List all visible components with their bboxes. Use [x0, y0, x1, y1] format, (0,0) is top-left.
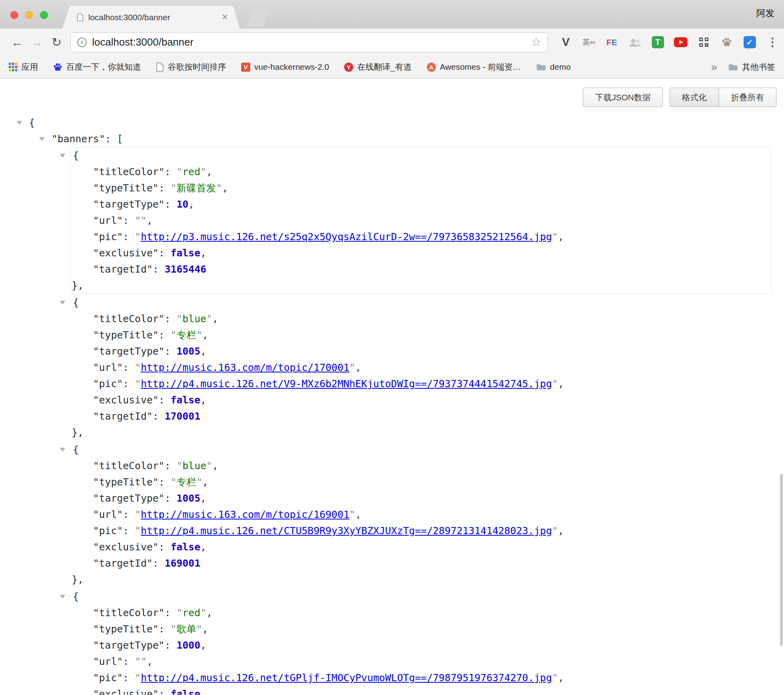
json-key: "exclusive": [93, 688, 159, 695]
json-key: "targetType": [93, 346, 165, 357]
people-share-icon[interactable]: [626, 34, 644, 51]
browser-menu-icon[interactable]: ⋮: [763, 34, 782, 51]
fe-icon[interactable]: FE: [603, 34, 621, 51]
json-key: "titleColor": [93, 166, 165, 178]
json-key: "titleColor": [93, 460, 165, 472]
collapse-toggle-icon[interactable]: [60, 595, 65, 599]
json-line: "exclusive": false,: [70, 392, 771, 408]
json-line: "pic": "http://p4.music.126.net/V9-MXz6b…: [70, 376, 771, 392]
json-line: "typeTitle": "专栏",: [70, 474, 771, 490]
window-controls: [10, 11, 53, 21]
bookmark-item[interactable]: Y在线翻译_有道: [344, 61, 412, 73]
json-string: 新碟首发: [177, 182, 216, 194]
json-string: 专栏: [177, 476, 196, 488]
json-line: "exclusive": false,: [70, 245, 771, 261]
json-line: {: [70, 588, 771, 605]
shield-check-icon[interactable]: ✓: [740, 34, 759, 51]
json-key: "pic": [93, 672, 123, 684]
json-number: 1005: [177, 493, 200, 504]
json-line: "titleColor": "red",: [70, 164, 771, 180]
json-key: "pic": [93, 231, 123, 242]
banner-object: {"titleColor": "blue","typeTitle": "专栏",…: [70, 441, 771, 588]
bookmark-item[interactable]: 谷歌按时间排序: [156, 61, 226, 73]
scrollbar-thumb[interactable]: [780, 474, 783, 646]
json-line: "pic": "http://p4.music.126.net/CTU5B9R9…: [70, 523, 771, 539]
bookmark-item[interactable]: 应用: [9, 61, 38, 73]
translate-icon[interactable]: 英en: [580, 34, 598, 51]
bookmark-item[interactable]: Vvue-hackernews-2.0: [241, 62, 329, 72]
json-boolean: false: [171, 688, 200, 695]
json-url-link[interactable]: http://music.163.com/m/topic/170001: [141, 362, 349, 373]
json-url-link[interactable]: http://p4.music.126.net/CTU5B9R9y3XyYBZX…: [141, 525, 552, 537]
json-line: "url": "",: [70, 212, 771, 229]
bookmark-item[interactable]: AAwesomes - 前端资…: [427, 61, 521, 73]
page-actions: 下载JSON数据 格式化 折叠所有: [583, 88, 776, 107]
youtube-icon[interactable]: [672, 34, 690, 51]
bookmark-star-icon[interactable]: ☆: [531, 36, 541, 48]
json-string: blue: [183, 460, 206, 472]
tab-close-icon[interactable]: ×: [222, 12, 228, 23]
back-button[interactable]: ←: [7, 36, 27, 49]
paw-print-icon[interactable]: [717, 34, 736, 51]
page-info-icon[interactable]: i: [77, 38, 87, 47]
json-line: "targetType": 1000,: [70, 637, 771, 653]
json-url-link[interactable]: http://music.163.com/m/topic/169001: [141, 509, 349, 520]
collapse-all-button[interactable]: 折叠所有: [719, 88, 776, 107]
bookmark-label: demo: [550, 62, 571, 72]
browser-window: localhost:3000/banner × 阿发 ← → ↻ i local…: [0, 0, 784, 695]
bookmark-label: 谷歌按时间排序: [168, 61, 226, 73]
url-text[interactable]: localhost:3000/banner: [92, 36, 531, 48]
collapse-toggle-icon[interactable]: [60, 448, 65, 452]
download-json-button[interactable]: 下载JSON数据: [583, 88, 663, 107]
address-bar[interactable]: i localhost:3000/banner ☆: [70, 32, 548, 52]
json-line: },: [70, 277, 771, 294]
vimium-icon[interactable]: V: [557, 34, 575, 51]
json-key: "titleColor": [93, 313, 165, 325]
json-key: "targetId": [93, 263, 153, 275]
json-key: "targetType": [93, 493, 165, 504]
collapse-toggle-icon[interactable]: [60, 154, 65, 158]
qr-code-icon[interactable]: [695, 34, 713, 51]
json-key: "typeTitle": [93, 329, 159, 341]
json-line: {: [70, 294, 771, 311]
fullscreen-window-button[interactable]: [40, 11, 48, 19]
json-key: "url": [93, 656, 123, 667]
json-url-link[interactable]: http://p4.music.126.net/V9-MXz6b2MNhEKju…: [141, 378, 552, 390]
bookmark-item[interactable]: demo: [536, 62, 571, 72]
json-key: "exclusive": [93, 247, 159, 259]
json-line: },: [70, 424, 771, 441]
tab-title: localhost:3000/banner: [88, 13, 219, 22]
reload-button[interactable]: ↻: [47, 35, 67, 49]
json-boolean: false: [171, 247, 200, 259]
json-line: "typeTitle": "歌单",: [70, 621, 771, 637]
format-button[interactable]: 格式化: [670, 88, 719, 107]
json-key: "targetType": [93, 199, 165, 210]
bookmark-item[interactable]: 百度一下，你就知道: [53, 61, 141, 73]
vue-v-icon: V: [241, 63, 250, 72]
json-url-link[interactable]: http://p3.music.126.net/s25q2x5QyqsAzilC…: [141, 231, 552, 242]
json-key: "pic": [93, 378, 123, 390]
json-key: "url": [93, 362, 123, 373]
forward-button[interactable]: →: [27, 36, 47, 49]
collapse-toggle-icon[interactable]: [17, 121, 22, 125]
json-key: "titleColor": [93, 607, 165, 619]
tab-strip: localhost:3000/banner × 阿发: [0, 0, 784, 29]
bookmark-label: 在线翻译_有道: [357, 61, 412, 73]
json-key: "banners": [51, 133, 105, 145]
close-window-button[interactable]: [10, 11, 18, 19]
page-content: 下载JSON数据 格式化 折叠所有 {"banners": [{"titleCo…: [0, 78, 784, 695]
new-tab-button[interactable]: [246, 9, 272, 27]
bookmarks-overflow-icon[interactable]: »: [711, 61, 717, 73]
bookmark-items: 应用百度一下，你就知道谷歌按时间排序Vvue-hackernews-2.0Y在线…: [9, 61, 571, 73]
json-line: "targetType": 1005,: [70, 343, 771, 359]
minimize-window-button[interactable]: [25, 11, 33, 19]
json-string: red: [183, 607, 200, 619]
json-url-link[interactable]: http://p4.music.126.net/tGPljf-IMOCyPvum…: [141, 672, 552, 684]
collapse-toggle-icon[interactable]: [39, 137, 45, 141]
apps-grid-icon: [9, 63, 17, 71]
other-bookmarks-folder[interactable]: 其他书签: [728, 61, 775, 73]
green-t-badge-icon[interactable]: T: [649, 34, 667, 51]
json-key: "exclusive": [93, 541, 159, 553]
active-tab[interactable]: localhost:3000/banner ×: [63, 6, 240, 29]
collapse-toggle-icon[interactable]: [60, 301, 65, 305]
